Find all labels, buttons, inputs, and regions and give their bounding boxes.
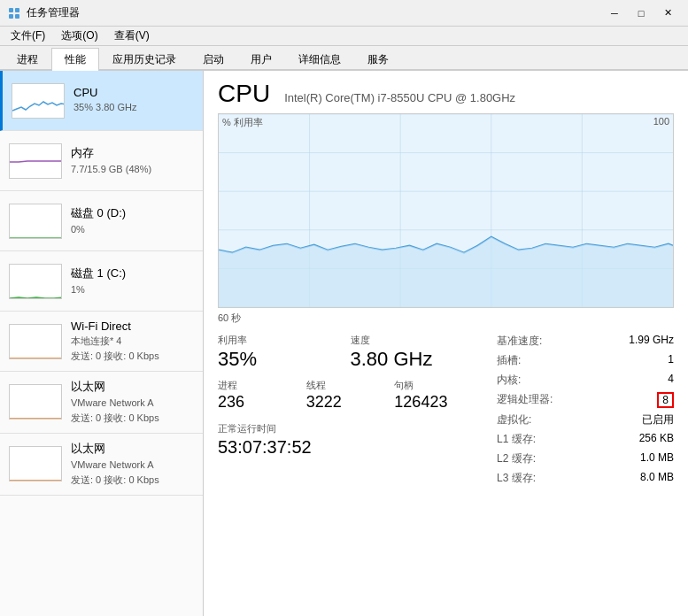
svg-marker-15	[219, 237, 673, 307]
disk0-sidebar-info: 磁盘 0 (D:) 0%	[71, 205, 194, 236]
menu-options[interactable]: 选项(O)	[54, 27, 104, 45]
processes-label: 进程	[218, 379, 306, 392]
speed-label: 速度	[351, 334, 483, 347]
panel-title: CPU	[218, 80, 270, 108]
logical-processors-value: 8	[657, 392, 674, 408]
minimize-button[interactable]: ─	[601, 0, 628, 27]
cpu-sidebar-info: CPU 35% 3.80 GHz	[73, 86, 194, 114]
disk0-sidebar-title: 磁盘 0 (D:)	[71, 205, 194, 221]
svg-rect-1	[15, 8, 19, 12]
eth0-sidebar-sub1: VMware Network A	[71, 397, 194, 410]
stat-threads: 线程 3222	[306, 379, 395, 412]
info-table: 基准速度: 1.99 GHz 插槽: 1 内核: 4 逻辑处理器: 8	[497, 334, 674, 490]
handles-label: 句柄	[394, 379, 483, 392]
main-layout: CPU 35% 3.80 GHz 内存 7.7/15.9 GB (48%)	[0, 71, 688, 616]
panel-header: CPU Intel(R) Core(TM) i7-8550U CPU @ 1.8…	[218, 80, 674, 108]
close-button[interactable]: ✕	[654, 0, 681, 27]
stats-row-2: 进程 236 线程 3222 句柄 126423	[218, 379, 483, 412]
chart-label-bottom: 60 秒	[218, 312, 674, 325]
app-icon	[7, 6, 21, 20]
menu-bar: 文件(F) 选项(O) 查看(V)	[0, 27, 688, 46]
cores-label: 内核:	[497, 373, 521, 388]
cpu-sidebar-title: CPU	[73, 86, 194, 99]
panel-subtitle: Intel(R) Core(TM) i7-8550U CPU @ 1.80GHz	[284, 91, 515, 104]
stat-uptime: 正常运行时间 53:07:37:52	[218, 422, 483, 458]
stat-processes: 进程 236	[218, 379, 306, 412]
l1-value: 256 KB	[639, 432, 674, 447]
eth1-sidebar-sub2: 发送: 0 接收: 0 Kbps	[71, 474, 194, 487]
sidebar-item-disk0[interactable]: 磁盘 0 (D:) 0%	[0, 191, 203, 251]
utilization-value: 35%	[218, 349, 351, 370]
sidebar-item-eth1[interactable]: 以太网 VMware Network A 发送: 0 接收: 0 Kbps	[0, 434, 203, 496]
uptime-value: 53:07:37:52	[218, 437, 483, 458]
tab-performance[interactable]: 性能	[51, 48, 99, 71]
info-row-l3: L3 缓存: 8.0 MB	[497, 471, 674, 486]
sockets-label: 插槽:	[497, 353, 521, 368]
wifi-sidebar-info: Wi-Fi Direct 本地连接* 4 发送: 0 接收: 0 Kbps	[71, 320, 194, 364]
cores-value: 4	[668, 373, 674, 388]
tab-details[interactable]: 详细信息	[285, 48, 354, 71]
disk0-sidebar-sub: 0%	[71, 223, 194, 236]
tab-services[interactable]: 服务	[354, 48, 402, 71]
info-row-cores: 内核: 4	[497, 373, 674, 388]
virtualization-value: 已启用	[642, 412, 674, 427]
menu-view[interactable]: 查看(V)	[107, 27, 157, 45]
memory-sidebar-title: 内存	[71, 145, 194, 161]
maximize-button[interactable]: □	[628, 0, 654, 27]
l3-label: L3 缓存:	[497, 471, 536, 486]
eth1-sidebar-info: 以太网 VMware Network A 发送: 0 接收: 0 Kbps	[71, 441, 194, 488]
eth0-mini-chart	[9, 384, 62, 420]
l2-value: 1.0 MB	[640, 451, 674, 466]
disk1-mini-chart	[9, 264, 62, 299]
title-bar-text: 任务管理器	[27, 5, 601, 20]
tab-startup[interactable]: 启动	[189, 48, 237, 71]
sidebar-item-memory[interactable]: 内存 7.7/15.9 GB (48%)	[0, 131, 203, 191]
cpu-mini-chart	[12, 83, 65, 119]
utilization-label: 利用率	[218, 334, 351, 347]
basespeed-label: 基准速度:	[497, 334, 542, 349]
tab-bar: 进程 性能 应用历史记录 启动 用户 详细信息 服务	[0, 46, 688, 71]
memory-mini-chart	[9, 143, 62, 179]
stats-container: 利用率 35% 速度 3.80 GHz 进程 236 线程	[218, 334, 674, 490]
threads-label: 线程	[306, 379, 395, 392]
basespeed-value: 1.99 GHz	[629, 334, 674, 349]
wifi-sidebar-sub2: 发送: 0 接收: 0 Kbps	[71, 350, 194, 363]
threads-value: 3222	[306, 394, 395, 412]
sidebar: CPU 35% 3.80 GHz 内存 7.7/15.9 GB (48%)	[0, 71, 204, 616]
wifi-sidebar-sub1: 本地连接* 4	[71, 335, 194, 348]
tab-users[interactable]: 用户	[237, 48, 285, 71]
eth1-sidebar-sub1: VMware Network A	[71, 458, 194, 472]
tab-processes[interactable]: 进程	[4, 48, 51, 71]
memory-sidebar-info: 内存 7.7/15.9 GB (48%)	[71, 145, 194, 176]
sidebar-item-disk1[interactable]: 磁盘 1 (C:) 1%	[0, 251, 203, 312]
tab-app-history[interactable]: 应用历史记录	[99, 48, 189, 71]
right-panel: CPU Intel(R) Core(TM) i7-8550U CPU @ 1.8…	[204, 71, 688, 616]
handles-value: 126423	[394, 394, 483, 412]
uptime-label: 正常运行时间	[218, 422, 483, 435]
sidebar-item-wifi[interactable]: Wi-Fi Direct 本地连接* 4 发送: 0 接收: 0 Kbps	[0, 312, 203, 372]
logical-processors-highlight: 8	[657, 392, 674, 408]
info-row-l2: L2 缓存: 1.0 MB	[497, 451, 674, 466]
disk1-sidebar-sub: 1%	[71, 283, 194, 296]
svg-rect-2	[9, 14, 13, 19]
logical-processors-label: 逻辑处理器:	[497, 392, 553, 408]
sidebar-item-eth0[interactable]: 以太网 VMware Network A 发送: 0 接收: 0 Kbps	[0, 372, 203, 434]
cpu-chart-svg	[219, 114, 673, 307]
sockets-value: 1	[668, 353, 674, 368]
processes-value: 236	[218, 394, 306, 412]
title-bar: 任务管理器 ─ □ ✕	[0, 0, 688, 27]
info-row-logical-processors: 逻辑处理器: 8	[497, 392, 674, 408]
stats-row-1: 利用率 35% 速度 3.80 GHz	[218, 334, 483, 370]
disk1-sidebar-info: 磁盘 1 (C:) 1%	[71, 266, 194, 296]
left-stats: 利用率 35% 速度 3.80 GHz 进程 236 线程	[218, 334, 483, 490]
wifi-mini-chart	[9, 324, 62, 359]
l1-label: L1 缓存:	[497, 432, 536, 447]
sidebar-item-cpu[interactable]: CPU 35% 3.80 GHz	[0, 71, 203, 131]
eth1-sidebar-title: 以太网	[71, 441, 194, 457]
menu-file[interactable]: 文件(F)	[4, 27, 52, 45]
chart-label-top: % 利用率	[222, 116, 263, 129]
eth1-mini-chart	[9, 446, 62, 481]
svg-rect-0	[9, 8, 13, 12]
disk0-mini-chart	[9, 204, 62, 239]
disk1-sidebar-title: 磁盘 1 (C:)	[71, 266, 194, 281]
